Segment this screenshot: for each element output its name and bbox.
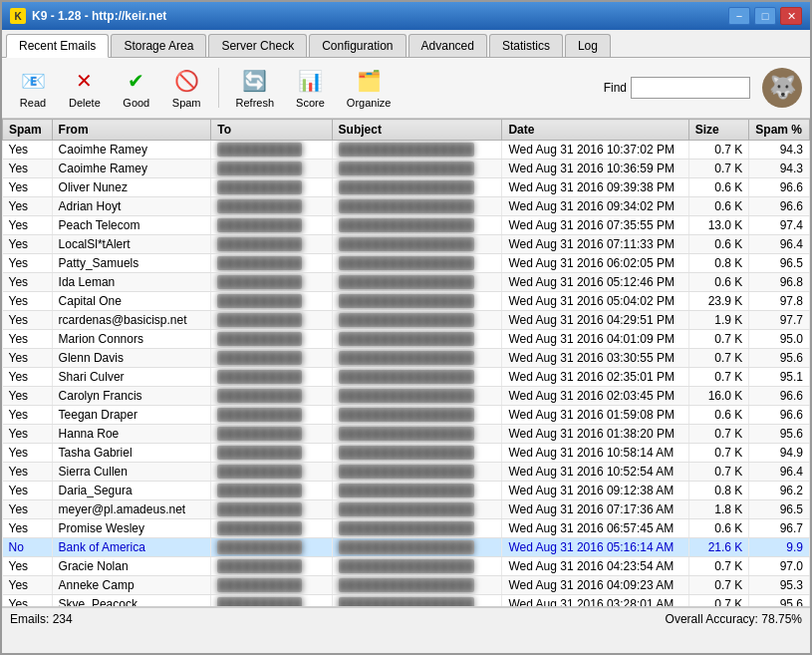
cell-to: ██████████ — [211, 197, 332, 216]
table-row[interactable]: Yes Anneke Camp ██████████ █████████████… — [3, 576, 810, 595]
table-row[interactable]: Yes Carolyn Francis ██████████ █████████… — [3, 387, 810, 406]
table-row[interactable]: Yes Caoimhe Ramey ██████████ ███████████… — [3, 141, 810, 160]
refresh-button[interactable]: 🔄 Refresh — [227, 62, 284, 114]
table-row[interactable]: Yes Tasha Gabriel ██████████ ███████████… — [3, 444, 810, 463]
table-row[interactable]: Yes Skye_Peacock ██████████ ████████████… — [3, 595, 810, 608]
cell-from: Sierra Cullen — [52, 463, 211, 482]
cell-spam: Yes — [3, 311, 53, 330]
table-row[interactable]: Yes Marion Connors ██████████ ██████████… — [3, 330, 810, 349]
cell-size: 0.7 K — [688, 160, 749, 178]
table-row[interactable]: Yes Ida Leman ██████████ ███████████████… — [3, 273, 810, 292]
table-row[interactable]: Yes Daria_Segura ██████████ ████████████… — [3, 482, 810, 500]
col-header-spampct[interactable]: Spam % — [749, 120, 810, 141]
table-row[interactable]: Yes Oliver Nunez ██████████ ████████████… — [3, 178, 810, 197]
cell-size: 0.6 K — [688, 406, 749, 425]
cell-size: 0.6 K — [688, 178, 749, 197]
cell-spam: Yes — [3, 273, 53, 292]
cell-size: 0.7 K — [688, 425, 749, 444]
organize-button[interactable]: 🗂️ Organize — [338, 62, 401, 114]
cell-date: Wed Aug 31 2016 07:35:55 PM — [502, 216, 688, 235]
cell-spam: Yes — [3, 254, 53, 273]
maximize-button[interactable]: □ — [754, 7, 776, 25]
cell-spam: Yes — [3, 235, 53, 254]
col-header-size[interactable]: Size — [688, 120, 749, 141]
table-row[interactable]: Yes Caoimhe Ramey ██████████ ███████████… — [3, 160, 810, 178]
tab-server-check[interactable]: Server Check — [208, 34, 307, 57]
cell-spampct: 96.5 — [749, 254, 810, 273]
cell-size: 21.6 K — [688, 538, 749, 557]
cell-to: ██████████ — [211, 178, 332, 197]
close-button[interactable]: ✕ — [780, 7, 802, 25]
find-label: Find — [604, 81, 627, 95]
cell-from: Marion Connors — [52, 330, 211, 349]
cell-spampct: 96.8 — [749, 273, 810, 292]
table-row[interactable]: Yes Shari Culver ██████████ ████████████… — [3, 368, 810, 387]
col-header-from[interactable]: From — [52, 120, 211, 141]
table-row[interactable]: Yes Gracie Nolan ██████████ ████████████… — [3, 557, 810, 576]
find-input[interactable] — [631, 77, 750, 99]
cell-to: ██████████ — [211, 406, 332, 425]
table-row[interactable]: Yes Capital One ██████████ █████████████… — [3, 292, 810, 311]
cell-spam: Yes — [3, 160, 53, 178]
cell-from: rcardenas@basicisp.net — [52, 311, 211, 330]
cell-date: Wed Aug 31 2016 10:37:02 PM — [502, 141, 688, 160]
delete-button[interactable]: ✕ Delete — [60, 62, 110, 114]
table-row[interactable]: Yes Hanna Roe ██████████ ███████████████… — [3, 425, 810, 444]
cell-size: 0.6 K — [688, 235, 749, 254]
table-row[interactable]: Yes Peach Telecom ██████████ ███████████… — [3, 216, 810, 235]
cell-subject: ████████████████ — [332, 576, 502, 595]
window-title: K9 - 1.28 - http://keir.net — [32, 9, 166, 23]
cell-spampct: 97.4 — [749, 216, 810, 235]
minimize-button[interactable]: − — [728, 7, 750, 25]
tab-recent-emails[interactable]: Recent Emails — [6, 34, 109, 58]
delete-label: Delete — [69, 97, 101, 109]
table-row[interactable]: Yes Adrian Hoyt ██████████ █████████████… — [3, 197, 810, 216]
cell-date: Wed Aug 31 2016 01:59:08 PM — [502, 406, 688, 425]
accuracy-label: Overall Accuracy: 78.75% — [666, 612, 802, 626]
cell-spampct: 96.6 — [749, 197, 810, 216]
read-button[interactable]: 📧 Read — [10, 62, 56, 114]
email-table-container[interactable]: Spam From To Subject Date Size Spam % Ye… — [2, 119, 810, 607]
cell-from: Patty_Samuels — [52, 254, 211, 273]
table-row[interactable]: Yes Patty_Samuels ██████████ ███████████… — [3, 254, 810, 273]
cell-date: Wed Aug 31 2016 10:58:14 AM — [502, 444, 688, 463]
col-header-date[interactable]: Date — [502, 120, 688, 141]
tab-configuration[interactable]: Configuration — [309, 34, 406, 57]
table-row[interactable]: Yes Promise Wesley ██████████ ██████████… — [3, 519, 810, 538]
col-header-subject[interactable]: Subject — [332, 120, 502, 141]
cell-size: 0.8 K — [688, 254, 749, 273]
cell-spam: Yes — [3, 519, 53, 538]
tab-advanced[interactable]: Advanced — [408, 34, 487, 57]
table-row[interactable]: Yes Glenn Davis ██████████ █████████████… — [3, 349, 810, 368]
table-row[interactable]: No Bank of America ██████████ ██████████… — [3, 538, 810, 557]
spam-button[interactable]: 🚫 Spam — [163, 62, 210, 114]
table-row[interactable]: Yes Sierra Cullen ██████████ ███████████… — [3, 463, 810, 482]
cell-date: Wed Aug 31 2016 05:16:14 AM — [502, 538, 688, 557]
cell-spam: No — [3, 538, 53, 557]
tab-storage-area[interactable]: Storage Area — [111, 34, 206, 57]
table-row[interactable]: Yes LocalSl*tAlert ██████████ ██████████… — [3, 235, 810, 254]
col-header-to[interactable]: To — [211, 120, 332, 141]
cell-subject: ████████████████ — [332, 141, 502, 160]
cell-subject: ████████████████ — [332, 406, 502, 425]
spam-label: Spam — [172, 97, 201, 109]
cell-to: ██████████ — [211, 235, 332, 254]
col-header-spam[interactable]: Spam — [3, 120, 53, 141]
refresh-icon: 🔄 — [241, 67, 269, 95]
table-row[interactable]: Yes meyer@pl.amadeus.net ██████████ ████… — [3, 500, 810, 519]
cell-to: ██████████ — [211, 311, 332, 330]
table-row[interactable]: Yes Teegan Draper ██████████ ███████████… — [3, 406, 810, 425]
table-row[interactable]: Yes rcardenas@basicisp.net ██████████ ██… — [3, 311, 810, 330]
score-button[interactable]: 📊 Score — [287, 62, 334, 114]
tab-log[interactable]: Log — [565, 34, 611, 57]
cell-spam: Yes — [3, 178, 53, 197]
organize-label: Organize — [347, 97, 392, 109]
cell-spampct: 95.6 — [749, 425, 810, 444]
tab-statistics[interactable]: Statistics — [489, 34, 563, 57]
cell-size: 0.7 K — [688, 349, 749, 368]
good-button[interactable]: ✔ Good — [114, 62, 159, 114]
cell-from: Ida Leman — [52, 273, 211, 292]
cell-to: ██████████ — [211, 463, 332, 482]
cell-spampct: 9.9 — [749, 538, 810, 557]
cell-spam: Yes — [3, 406, 53, 425]
